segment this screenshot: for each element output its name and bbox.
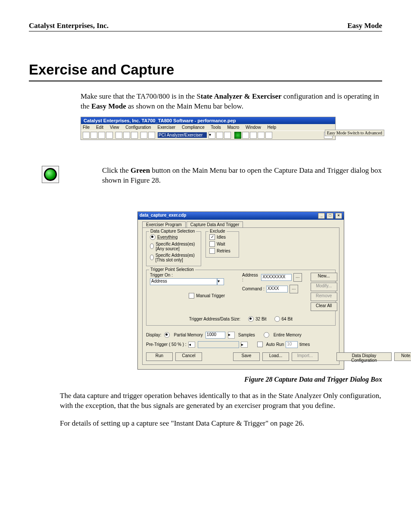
tab-exerciser-program[interactable]: Exerciser Program: [142, 221, 186, 227]
open-icon[interactable]: [83, 132, 90, 139]
zoom-icon[interactable]: [242, 132, 249, 139]
header-left: Catalyst Enterprises, Inc.: [29, 22, 109, 30]
radio-32bit[interactable]: [248, 316, 254, 322]
intro-paragraph: Make sure that the TA700/800 is in the S…: [81, 92, 382, 112]
figure-caption: Figure 28 Capture Data and Trigger Dialo…: [29, 376, 382, 383]
spinner-icon[interactable]: ▸: [228, 332, 235, 339]
load-button[interactable]: Load...: [262, 352, 289, 361]
group-exclude: Exclude: [209, 229, 227, 233]
radio-partial-memory[interactable]: [164, 332, 170, 338]
save-icon[interactable]: [90, 132, 97, 139]
menu-bar[interactable]: File Edit View Configuration Exerciser C…: [81, 124, 335, 131]
chart1-icon[interactable]: [250, 132, 257, 139]
address-browse[interactable]: …: [293, 273, 302, 282]
help-icon[interactable]: [216, 132, 223, 139]
dialog-title: data_capture_exer.cdp: [140, 213, 186, 219]
new-button[interactable]: New...: [311, 273, 337, 281]
green-button-illustration: [42, 166, 59, 183]
menu-compliance[interactable]: Compliance: [182, 125, 205, 130]
copy-icon[interactable]: [123, 132, 130, 139]
header-right: Easy Mode: [347, 22, 382, 30]
menu-configuration[interactable]: Configuration: [125, 125, 151, 130]
check-idles[interactable]: ✓: [209, 234, 215, 240]
floppy-icon[interactable]: [98, 132, 105, 139]
check-manual-trigger[interactable]: [189, 293, 194, 299]
pretrig-left-icon[interactable]: ◂: [188, 342, 195, 348]
dropdown-arrow-icon[interactable]: ▾: [209, 132, 215, 139]
menu-macro[interactable]: Macro: [227, 125, 240, 130]
autorun-input[interactable]: 10: [286, 341, 298, 348]
pretrig-right-icon[interactable]: ▸: [241, 342, 248, 348]
window-titlebar: Catalyst Enterprises, Inc. TA700_TA800 S…: [81, 117, 335, 124]
chevron-down-icon[interactable]: ▾: [217, 278, 224, 285]
cut-icon[interactable]: [115, 132, 122, 139]
mode-switch-label[interactable]: Easy Mode Switch to Advanced: [325, 130, 384, 136]
address-input[interactable]: XXXXXXXX: [261, 274, 292, 281]
chart2-icon[interactable]: [258, 132, 265, 139]
paste-icon[interactable]: [131, 132, 138, 139]
check-retries[interactable]: [209, 248, 215, 254]
menu-edit[interactable]: Edit: [96, 125, 103, 130]
context-help-icon[interactable]: [224, 132, 231, 139]
trigger-on-select[interactable]: Address: [150, 278, 217, 285]
group-data-capture: Data Capture Selection: [149, 229, 196, 233]
import-button[interactable]: Import...: [292, 352, 318, 361]
green-button-paragraph: Click the Green button on the Main Menu …: [102, 166, 382, 186]
grid-icon[interactable]: [148, 132, 155, 139]
check-autorun[interactable]: [257, 342, 263, 347]
radio-everything[interactable]: [150, 234, 156, 240]
modify-button[interactable]: Modify...: [311, 283, 337, 291]
note-button[interactable]: Note...: [394, 352, 411, 361]
menu-view[interactable]: View: [110, 125, 119, 130]
partial-memory-input[interactable]: 1000: [206, 332, 225, 339]
data-display-config-button[interactable]: Data Display Configuration: [336, 352, 392, 361]
group-trigger: Trigger Point Selection: [149, 267, 195, 272]
page-header: Catalyst Enterprises, Inc. Easy Mode: [29, 22, 382, 31]
minimize-icon[interactable]: _: [318, 213, 325, 219]
close-icon[interactable]: ×: [335, 213, 342, 219]
radio-64bit[interactable]: [274, 316, 280, 322]
menu-tools[interactable]: Tools: [211, 125, 221, 130]
command-input[interactable]: XXXX: [266, 286, 288, 292]
green-dot-icon: [44, 168, 57, 181]
menu-exerciser[interactable]: Exerciser: [157, 125, 175, 130]
main-menu-screenshot: Catalyst Enterprises, Inc. TA700_TA800 S…: [29, 117, 382, 140]
save-button[interactable]: Save: [233, 352, 260, 361]
paragraph-3: The data capture and trigger operation b…: [60, 391, 382, 411]
maximize-icon[interactable]: □: [327, 213, 333, 219]
section-title: Exercise and Capture: [29, 62, 382, 81]
print-icon[interactable]: [106, 132, 113, 139]
stop-icon[interactable]: [140, 132, 147, 139]
radio-entire-memory[interactable]: [264, 332, 269, 338]
cancel-button[interactable]: Cancel: [175, 352, 202, 361]
toolbar: PCI Analyzer/Exerciser ▾: [81, 131, 335, 140]
menu-window[interactable]: Window: [246, 125, 261, 130]
mode-dropdown[interactable]: PCI Analyzer/Exerciser: [158, 132, 207, 138]
run-button[interactable]: Run: [146, 352, 173, 361]
tab-capture-data[interactable]: Capture Data And Trigger: [187, 221, 243, 227]
menu-file[interactable]: File: [83, 125, 90, 130]
pretrig-slider[interactable]: [198, 341, 239, 348]
chart3-icon[interactable]: [265, 132, 272, 139]
paragraph-4: For details of setting up a capture see …: [60, 419, 382, 429]
remove-button[interactable]: Remove: [311, 292, 337, 301]
capture-trigger-dialog: data_capture_exer.cdp _ □ × Exerciser Pr…: [137, 212, 344, 370]
check-wait[interactable]: [209, 241, 215, 247]
menu-help[interactable]: Help: [267, 125, 276, 130]
radio-specific-slot[interactable]: [150, 255, 154, 260]
command-browse[interactable]: …: [290, 285, 298, 293]
radio-specific-any[interactable]: [150, 243, 154, 249]
green-run-icon[interactable]: [234, 132, 241, 139]
clear-all-button[interactable]: Clear All: [311, 302, 337, 311]
